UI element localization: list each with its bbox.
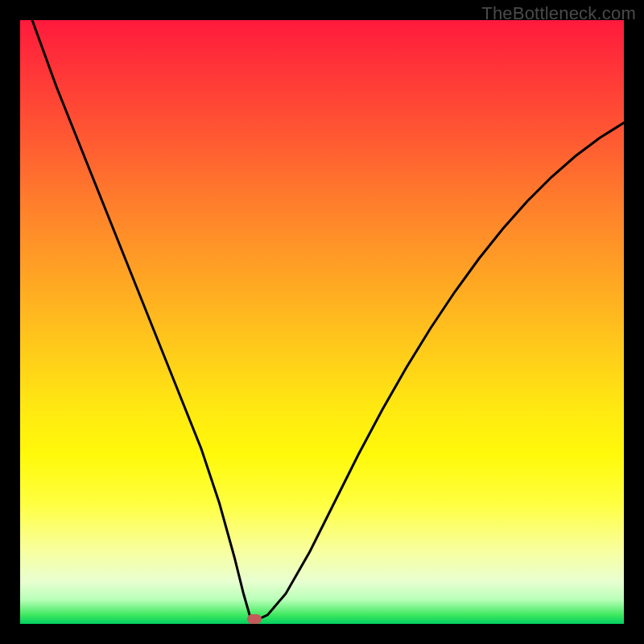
bottleneck-curve-path [32,20,624,619]
optimal-point-marker [247,614,262,624]
curve-svg [20,20,624,624]
chart-frame: TheBottleneck.com [0,0,644,644]
plot-area [20,20,624,624]
